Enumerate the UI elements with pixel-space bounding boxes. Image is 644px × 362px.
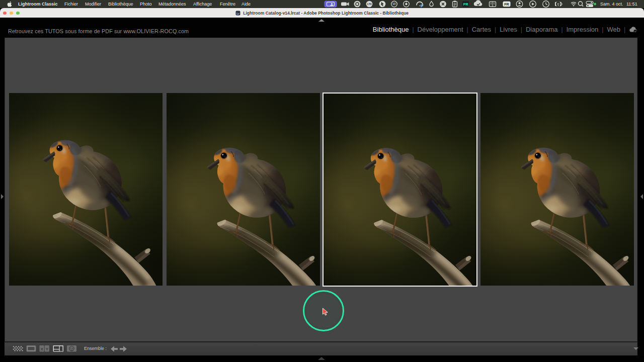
svg-text:W: W bbox=[392, 2, 396, 6]
svg-text:170: 170 bbox=[367, 3, 372, 6]
svg-text:X: X bbox=[40, 347, 43, 351]
svg-text:Y: Y bbox=[46, 347, 49, 351]
svg-text:FR: FR bbox=[504, 2, 509, 7]
svg-text:Lr: Lr bbox=[236, 12, 239, 15]
svg-text:PR: PR bbox=[463, 3, 468, 6]
